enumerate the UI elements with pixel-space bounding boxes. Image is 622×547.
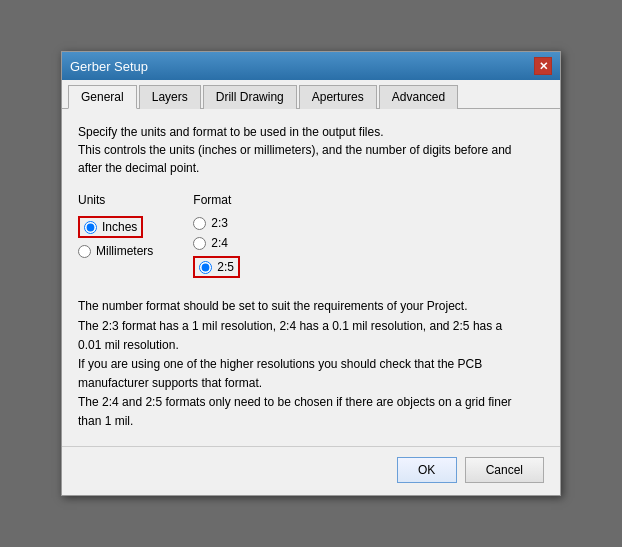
format-group: Format 2:3 2:4 2:5 [193, 193, 240, 281]
format-23-label: 2:3 [211, 216, 228, 230]
format-24-radio[interactable] [193, 237, 206, 250]
tab-apertures[interactable]: Apertures [299, 85, 377, 109]
notes-line7: than 1 mil. [78, 412, 544, 431]
notes-section: The number format should be set to suit … [78, 297, 544, 431]
units-group: Units Inches Millimeters [78, 193, 153, 281]
notes-line4: If you are using one of the higher resol… [78, 355, 544, 374]
tab-general[interactable]: General [68, 85, 137, 109]
units-inches-item[interactable]: Inches [78, 213, 153, 241]
format-25-radio[interactable] [199, 261, 212, 274]
options-row: Units Inches Millimeters Format 2:3 [78, 193, 544, 281]
close-button[interactable]: ✕ [534, 57, 552, 75]
units-mm-label: Millimeters [96, 244, 153, 258]
format-25-label: 2:5 [217, 260, 234, 274]
format-24-item[interactable]: 2:4 [193, 233, 240, 253]
cancel-button[interactable]: Cancel [465, 457, 544, 483]
notes-line2: The 2:3 format has a 1 mil resolution, 2… [78, 317, 544, 336]
notes-line6: The 2:4 and 2:5 formats only need to be … [78, 393, 544, 412]
notes-line1: The number format should be set to suit … [78, 297, 544, 316]
units-inches-radio[interactable] [84, 221, 97, 234]
title-bar: Gerber Setup ✕ [62, 52, 560, 80]
dialog-content: Specify the units and format to be used … [62, 109, 560, 445]
format25-highlight: 2:5 [193, 256, 240, 278]
units-label: Units [78, 193, 153, 207]
ok-button[interactable]: OK [397, 457, 457, 483]
format-25-item[interactable]: 2:5 [193, 253, 240, 281]
inches-highlight: Inches [78, 216, 143, 238]
units-mm-radio[interactable] [78, 245, 91, 258]
description-line1: Specify the units and format to be used … [78, 123, 544, 141]
dialog-footer: OK Cancel [62, 446, 560, 495]
format-23-item[interactable]: 2:3 [193, 213, 240, 233]
description-line2: This controls the units (inches or milli… [78, 141, 544, 159]
notes-line5: manufacturer supports that format. [78, 374, 544, 393]
description-text: Specify the units and format to be used … [78, 123, 544, 177]
format-24-label: 2:4 [211, 236, 228, 250]
gerber-setup-dialog: Gerber Setup ✕ General Layers Drill Draw… [61, 51, 561, 495]
tab-layers[interactable]: Layers [139, 85, 201, 109]
units-inches-label: Inches [102, 220, 137, 234]
dialog-title: Gerber Setup [70, 59, 148, 74]
format-label: Format [193, 193, 240, 207]
tab-drill-drawing[interactable]: Drill Drawing [203, 85, 297, 109]
notes-line3: 0.01 mil resolution. [78, 336, 544, 355]
units-mm-item[interactable]: Millimeters [78, 241, 153, 261]
tabs-container: General Layers Drill Drawing Apertures A… [62, 80, 560, 109]
description-line3: after the decimal point. [78, 159, 544, 177]
tab-advanced[interactable]: Advanced [379, 85, 458, 109]
format-23-radio[interactable] [193, 217, 206, 230]
